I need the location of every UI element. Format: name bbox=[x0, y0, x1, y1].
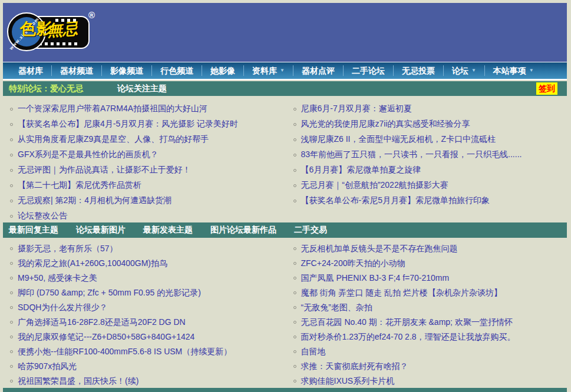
nav-item-label: 无忌投票 bbox=[402, 65, 435, 76]
nav-item[interactable]: 二手论坛 ▼ bbox=[344, 65, 394, 76]
nav-item[interactable]: 她影像 ▼ bbox=[202, 65, 244, 76]
topic-link[interactable]: 摄影无忌，老有所乐（57） bbox=[18, 244, 118, 254]
topic-link[interactable]: 自留地 bbox=[301, 347, 326, 357]
chevron-down-icon: ▼ bbox=[280, 65, 285, 76]
bullet-icon bbox=[293, 108, 296, 111]
topic-link[interactable]: 论坛整改公告 bbox=[18, 211, 67, 221]
bullet-icon bbox=[293, 350, 296, 353]
topic-link[interactable]: ZFC+24-200昨天拍的小动物 bbox=[301, 258, 405, 269]
topic-link[interactable]: 【获奖名单公布】尼康4月-5月双月赛：风光摄影 记录美好时 bbox=[18, 119, 238, 129]
topic-link[interactable]: 从实用角度看尼康Z9真是星空、人像、打鸟的好帮手 bbox=[18, 134, 209, 145]
forum-focus-label[interactable]: 论坛关注主题 bbox=[117, 84, 167, 94]
topic-link[interactable]: 一个资深索尼用户带着A7RM4A拍摄祖国的大好山河 bbox=[18, 104, 207, 114]
bullet-icon bbox=[10, 365, 13, 368]
topic-link[interactable]: 风光党的我使用尼康z7ii的真实感受和经验分享 bbox=[301, 119, 470, 129]
bullet-icon bbox=[10, 154, 13, 157]
nav-item[interactable]: 器材频道 ▼ bbox=[52, 65, 102, 76]
list-item: 无忌评图｜为作品说真话，让摄影不止于爱好！ bbox=[8, 162, 285, 178]
topic-link[interactable]: 求推：天窗彻底封死有啥招？ bbox=[301, 361, 408, 372]
nav-item-label: 器材点评 bbox=[302, 65, 335, 76]
list-item: 无忌月赛｜“创意航拍”2022航拍摄影大赛 bbox=[291, 178, 567, 193]
tab[interactable]: 论坛最新图片 bbox=[76, 225, 126, 235]
site-header: www.xitek.com 色影 無忌 ® bbox=[3, 3, 567, 62]
topic-link[interactable]: 面对秒杀价1.23万的ef24-70 2.8，理智还是让我放弃购买。 bbox=[301, 332, 516, 343]
topic-link[interactable]: GFX系列是不是最具性价比的画质机？ bbox=[18, 150, 159, 160]
special-forum-bar: 特别论坛：爱心无忌 论坛关注主题 签到 bbox=[3, 81, 567, 96]
site-logo[interactable]: www.xitek.com 色影 無忌 ® bbox=[7, 5, 95, 58]
focus-topics-right-column: 尼康6月-7月双月赛：邂逅初夏 风光党的我使用尼康z7ii的真实感受和经验分享 … bbox=[285, 101, 567, 222]
tab[interactable]: 最新发表主题 bbox=[143, 225, 193, 235]
nav-item[interactable]: 论坛 ▼ bbox=[444, 65, 485, 76]
list-item: 论坛整改公告 bbox=[8, 208, 285, 224]
list-item: 便携小炮--佳能RF100-400mmF5.6-8 IS USM（持续更新） bbox=[8, 344, 285, 359]
list-item: 无反相机加单反镜头是不是不存在跑焦问题 bbox=[291, 241, 567, 256]
nav-item[interactable]: 无忌投票 ▼ bbox=[394, 65, 444, 76]
topic-link[interactable]: 【6月月赛】索尼微单拍夏之旋律 bbox=[301, 165, 421, 175]
list-item: 浅聊尼康Z6 II，全面型中端无反相机，Z卡口中流砥柱 bbox=[291, 132, 567, 147]
bullet-icon bbox=[10, 335, 13, 338]
nav-item-label: 器材频道 bbox=[60, 65, 93, 76]
list-item: ZFC+24-200昨天拍的小动物 bbox=[291, 256, 567, 271]
topic-link[interactable]: 祝祖国繁荣昌盛，国庆快乐！(续) bbox=[18, 376, 138, 387]
list-item: 【获奖名单公布-索尼5月月赛】索尼微单拍旅行印象 bbox=[291, 193, 567, 208]
nav-item[interactable]: 器材库 ▼ bbox=[10, 65, 52, 76]
topic-link[interactable]: 浅聊尼康Z6 II，全面型中端无反相机，Z卡口中流砥柱 bbox=[301, 134, 496, 145]
topic-link[interactable]: 脚印 (D750 &amp; Zfc + 50mm F0.95 的光影记录) bbox=[18, 288, 201, 298]
nav-item[interactable]: 器材点评 ▼ bbox=[293, 65, 344, 76]
topic-link[interactable]: 求购佳能IXUS系列卡片机 bbox=[301, 376, 395, 387]
topic-link[interactable]: “无敌兔”老图、杂拍 bbox=[301, 303, 372, 313]
topic-link[interactable]: 便携小炮--佳能RF100-400mmF5.6-8 IS USM（持续更新） bbox=[18, 347, 232, 357]
list-item: SDQH为什么发片很少？ bbox=[8, 300, 285, 315]
list-item: 面对秒杀价1.23万的ef24-70 2.8，理智还是让我放弃购买。 bbox=[291, 330, 567, 344]
topic-link[interactable]: 无反相机加单反镜头是不是不存在跑焦问题 bbox=[301, 244, 458, 254]
nav-item[interactable]: 行色频道 ▼ bbox=[152, 65, 202, 76]
topic-link[interactable]: 哈苏907x拍风光 bbox=[18, 361, 77, 372]
list-item: 无忌百花园 No.40 期：花开朋友来 &amp; 欢聚一堂抒情怀 bbox=[291, 315, 567, 330]
list-item: 【6月月赛】索尼微单拍夏之旋律 bbox=[291, 162, 567, 178]
signin-button[interactable]: 签到 bbox=[536, 82, 557, 95]
topic-link[interactable]: SDQH为什么发片很少？ bbox=[18, 303, 107, 313]
bullet-icon bbox=[10, 291, 13, 294]
bullet-icon bbox=[293, 247, 296, 250]
topic-link[interactable]: M9+50, 感受徕卡之美 bbox=[18, 273, 97, 284]
topic-link[interactable]: 我的索尼之旅(A1+260G,100400GM)拍鸟 bbox=[18, 258, 167, 269]
bullet-icon bbox=[293, 184, 296, 187]
nav-item[interactable]: 影像频道 ▼ bbox=[102, 65, 152, 76]
topic-link[interactable]: 广角选择适马16-28F2.8还是适马20F2 DG DN bbox=[18, 317, 186, 328]
tab[interactable]: 图片论坛最新作品 bbox=[210, 225, 276, 235]
special-forum-label[interactable]: 特别论坛：爱心无忌 bbox=[9, 84, 83, 94]
nav-item-label: 器材库 bbox=[18, 65, 43, 76]
bullet-icon bbox=[293, 154, 296, 157]
topic-link[interactable]: 我的尼康双修笔记---Z6+D850+58G+840G+1424 bbox=[18, 332, 194, 343]
topic-link[interactable]: 无忌观察| 第2期：4月相机为何遭遇缺货潮 bbox=[18, 195, 171, 206]
list-item: 脚印 (D750 &amp; Zfc + 50mm F0.95 的光影记录) bbox=[8, 285, 285, 300]
topic-link[interactable]: 【获奖名单公布-索尼5月月赛】索尼微单拍旅行印象 bbox=[301, 195, 490, 206]
topic-link[interactable]: 【第二十七期】索尼优秀作品赏析 bbox=[18, 180, 141, 191]
list-item: 尼康6月-7月双月赛：邂逅初夏 bbox=[291, 101, 567, 117]
list-item: 魔都 街角 弄堂口 随走 乱拍 烂片楼【杂机杂片杂谈坊】 bbox=[291, 285, 567, 300]
topic-link[interactable]: 无忌月赛｜“创意航拍”2022航拍摄影大赛 bbox=[301, 180, 448, 191]
bullet-icon bbox=[293, 306, 296, 309]
list-item: 祝祖国繁荣昌盛，国庆快乐！(续) bbox=[8, 374, 285, 388]
bullet-icon bbox=[293, 335, 296, 338]
latest-topics-left-column: 摄影无忌，老有所乐（57） 我的索尼之旅(A1+260G,100400GM)拍鸟… bbox=[3, 241, 285, 388]
nav-item[interactable]: 本站事项 ▼ bbox=[485, 65, 542, 76]
topic-link[interactable]: 83年前他画了五只猫，一只读书，一只看报，一只织毛线...... bbox=[301, 150, 522, 160]
topic-link[interactable]: 无忌百花园 No.40 期：花开朋友来 &amp; 欢聚一堂抒情怀 bbox=[301, 317, 513, 328]
bullet-icon bbox=[10, 350, 13, 353]
registered-mark-icon: ® bbox=[88, 10, 95, 20]
bullet-icon bbox=[293, 138, 296, 141]
tab[interactable]: 最新回复主题 bbox=[9, 225, 58, 235]
list-item: 哈苏907x拍风光 bbox=[8, 359, 285, 374]
bullet-icon bbox=[10, 321, 13, 324]
topic-link[interactable]: 尼康6月-7月双月赛：邂逅初夏 bbox=[301, 104, 412, 114]
bullet-icon bbox=[10, 247, 13, 250]
topic-link[interactable]: 魔都 街角 弄堂口 随走 乱拍 烂片楼【杂机杂片杂谈坊】 bbox=[301, 288, 502, 298]
topic-link[interactable]: 无忌评图｜为作品说真话，让摄影不止于爱好！ bbox=[18, 165, 191, 175]
bullet-icon bbox=[10, 262, 13, 265]
footer-bar bbox=[3, 388, 567, 392]
topic-link[interactable]: 国产凤凰 PHENIX BJ-3 F;4 f=70-210mm bbox=[301, 273, 450, 284]
list-item: 83年前他画了五只猫，一只读书，一只看报，一只织毛线...... bbox=[291, 147, 567, 162]
tab[interactable]: 二手交易 bbox=[294, 225, 327, 235]
nav-item[interactable]: 资料库 ▼ bbox=[244, 65, 293, 76]
